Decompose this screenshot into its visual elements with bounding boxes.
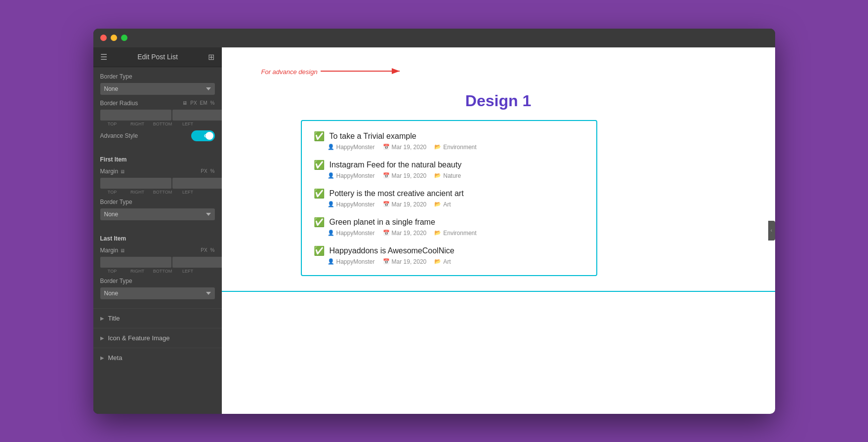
post-list-card: ✅ To take a Trivial example 👤 HappyMonst… (301, 120, 597, 276)
border-radius-right[interactable] (172, 110, 222, 121)
post-meta: 👤 HappyMonster 📅 Mar 19, 2020 📂 Art (314, 201, 584, 208)
post-title-row: ✅ Happyaddons is AwesomeCoolNice (314, 245, 584, 256)
annotation-arrow (321, 66, 419, 91)
category-name: Art (443, 258, 451, 265)
user-icon: 👤 (328, 258, 334, 265)
icon-feature-section: ▶ Icon & Feature Image (93, 328, 222, 348)
percent-unit-btn[interactable]: % (210, 100, 215, 106)
border-radius-units: 🖥 PX EM % (182, 100, 214, 106)
user-icon: 👤 (328, 144, 334, 150)
first-left-label: LEFT (176, 190, 200, 195)
last-px-btn[interactable]: PX (201, 247, 207, 253)
last-percent-btn[interactable]: % (210, 247, 215, 253)
user-icon: 👤 (328, 172, 334, 179)
post-category: 📂 Nature (434, 172, 461, 179)
monitor-icon: 🖥 (182, 100, 187, 106)
author-name: HappyMonster (336, 172, 375, 179)
first-right-label: RIGHT (125, 190, 150, 195)
first-margin-labels: TOP RIGHT BOTTOM LEFT (100, 190, 215, 195)
traffic-lights (100, 35, 127, 41)
calendar-icon: 📅 (383, 258, 390, 265)
post-title: To take a Trivial example (330, 132, 416, 141)
category-name: Nature (443, 172, 461, 179)
last-top-label: TOP (100, 269, 124, 274)
post-category: 📂 Environment (434, 144, 476, 151)
check-icon: ✅ (314, 160, 325, 170)
divider-line (222, 291, 775, 292)
first-px-btn[interactable]: PX (201, 168, 207, 174)
em-unit-btn[interactable]: EM (200, 100, 207, 106)
icon-feature-chevron-icon: ▶ (100, 335, 104, 341)
first-border-type-select[interactable]: None (100, 208, 215, 220)
last-margin-inputs: 🔗 (100, 257, 215, 268)
border-radius-top[interactable] (100, 110, 171, 121)
first-border-type-row: Border Type (100, 199, 215, 205)
post-date: 📅 Mar 19, 2020 (383, 144, 427, 151)
post-date: 📅 Mar 19, 2020 (383, 172, 427, 179)
border-type-label: Border Type (100, 73, 132, 80)
post-author: 👤 HappyMonster (328, 172, 375, 179)
post-title: Happyaddons is AwesomeCoolNice (330, 246, 455, 255)
first-border-type-label: Border Type (100, 199, 132, 205)
author-name: HappyMonster (336, 258, 375, 265)
last-margin-right[interactable] (172, 257, 222, 268)
calendar-icon: 📅 (383, 172, 390, 179)
minimize-button[interactable] (111, 35, 117, 41)
post-author: 👤 HappyMonster (328, 258, 375, 265)
first-percent-btn[interactable]: % (210, 168, 215, 174)
folder-icon: 📂 (434, 172, 441, 179)
user-icon: 👤 (328, 201, 334, 207)
post-category: 📂 Art (434, 201, 451, 208)
title-chevron-icon: ▶ (100, 316, 104, 321)
icon-feature-section-label: Icon & Feature Image (108, 334, 170, 342)
last-margin-row: Margin 🖥 PX % (100, 247, 215, 254)
first-margin-label: Margin 🖥 (100, 168, 125, 175)
post-title-row: ✅ Instagram Feed for the natural beauty (314, 160, 584, 170)
meta-section-header[interactable]: ▶ Meta (100, 354, 215, 362)
post-item: ✅ Green planet in a single frame 👤 Happy… (314, 217, 584, 237)
app-window: ☰ Edit Post List ⊞ Border Type None Bord… (93, 29, 775, 414)
post-item: ✅ Pottery is the most creative ancient a… (314, 188, 584, 208)
border-type-select-wrapper: None (100, 83, 215, 95)
last-margin-top[interactable] (100, 257, 171, 268)
folder-icon: 📂 (434, 230, 441, 236)
first-margin-monitor: 🖥 (120, 169, 125, 174)
user-icon: 👤 (328, 230, 334, 236)
icon-feature-section-header[interactable]: ▶ Icon & Feature Image (100, 334, 215, 342)
border-radius-inputs: 🔗 (100, 110, 215, 121)
border-type-row: Border Type (100, 73, 215, 80)
advance-style-toggle[interactable]: ON (191, 130, 215, 141)
last-margin-units: PX % (201, 247, 214, 253)
last-border-type-select[interactable]: None (100, 287, 215, 299)
main-content: ‹ For advance design (222, 47, 775, 414)
first-link-spacer (201, 190, 215, 195)
first-border-select-wrapper: None (100, 208, 215, 220)
post-date: 📅 Mar 19, 2020 (383, 230, 427, 237)
collapse-tab[interactable]: ‹ (768, 221, 775, 241)
folder-icon: 📂 (434, 201, 441, 207)
post-category: 📂 Environment (434, 230, 476, 237)
title-section: ▶ Title (93, 308, 222, 328)
meta-chevron-icon: ▶ (100, 355, 104, 361)
first-margin-right[interactable] (172, 178, 222, 189)
px-unit-btn[interactable]: PX (190, 100, 197, 106)
first-margin-row: Margin 🖥 PX % (100, 168, 215, 175)
last-margin-labels: TOP RIGHT BOTTOM LEFT (100, 269, 215, 274)
app-body: ☰ Edit Post List ⊞ Border Type None Bord… (93, 47, 775, 414)
post-category: 📂 Art (434, 258, 451, 265)
folder-icon: 📂 (434, 144, 441, 150)
first-margin-inputs: 🔗 (100, 178, 215, 189)
sidebar-title: Edit Post List (137, 53, 178, 61)
title-section-header[interactable]: ▶ Title (100, 315, 215, 322)
grid-icon[interactable]: ⊞ (208, 52, 214, 62)
annotation-container: For advance design (242, 62, 755, 92)
close-button[interactable] (100, 35, 107, 41)
post-item: ✅ Happyaddons is AwesomeCoolNice 👤 Happy… (314, 245, 584, 265)
first-margin-top[interactable] (100, 178, 171, 189)
border-type-section: Border Type None Border Radius 🖥 PX EM % (93, 67, 222, 150)
hamburger-icon[interactable]: ☰ (100, 52, 107, 62)
date-value: Mar 19, 2020 (392, 172, 427, 179)
border-type-select[interactable]: None (100, 83, 215, 95)
maximize-button[interactable] (121, 35, 127, 41)
annotation-text: For advance design (261, 68, 318, 76)
